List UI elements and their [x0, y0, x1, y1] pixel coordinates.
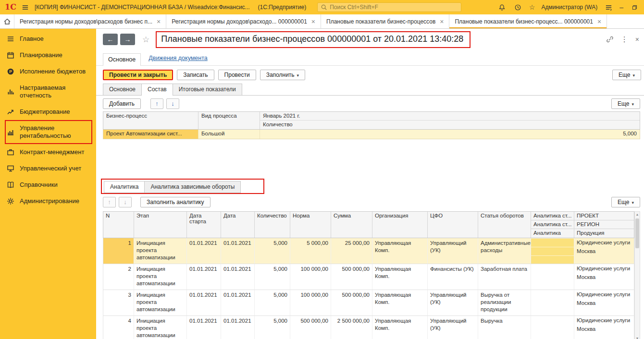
- cell-organization[interactable]: Управляющая Комп.: [372, 290, 428, 315]
- nav-link-document-movements[interactable]: Движения документа: [149, 55, 207, 65]
- column-header-stage[interactable]: Этап: [134, 212, 187, 238]
- column-header-sum[interactable]: Сумма: [331, 212, 372, 238]
- column-header-turnover-article[interactable]: Статья оборотов: [478, 212, 531, 238]
- column-header-n[interactable]: N: [103, 212, 134, 238]
- get-link-icon[interactable]: [606, 36, 614, 43]
- cell-analytics-articles[interactable]: [531, 290, 574, 315]
- composition-more-button[interactable]: Еще▾: [611, 98, 640, 109]
- column-header-date-start[interactable]: Дата старта: [187, 212, 221, 238]
- move-down-button[interactable]: ↓: [166, 98, 179, 109]
- cell-organization[interactable]: Управляющая Комп.: [372, 264, 428, 290]
- cell-article[interactable]: Выручка: [478, 316, 531, 339]
- cell-quantity[interactable]: 5,000: [255, 264, 290, 290]
- cell-stage[interactable]: Инициация проекта автоматизации: [134, 316, 187, 339]
- section-tab[interactable]: Основное: [103, 84, 142, 95]
- nav-tab-main[interactable]: Основное: [103, 53, 141, 66]
- cell-date[interactable]: 01.01.2021: [221, 316, 255, 339]
- favorite-star-icon[interactable]: ☆: [142, 35, 149, 45]
- analytics-tab[interactable]: Аналитика зависимые обороты: [144, 181, 241, 193]
- cell-sum[interactable]: 2 500 000,00: [331, 316, 372, 339]
- table-row[interactable]: Проект Автоматизации сист... Большой 5,0…: [103, 130, 640, 139]
- column-header-date[interactable]: Дата: [221, 212, 255, 238]
- cell-norm[interactable]: 100 000,00: [290, 290, 331, 315]
- cell-sum[interactable]: 500 000,00: [331, 264, 372, 290]
- section-tab[interactable]: Итоговые показатели: [173, 84, 242, 95]
- scrollbar-thumb[interactable]: [635, 218, 639, 248]
- cell-analytics-values[interactable]: Юридические услуги Москва: [574, 264, 634, 290]
- column-header-period[interactable]: Январь 2021 г.: [260, 112, 640, 121]
- move-down-button[interactable]: ↓: [119, 197, 132, 207]
- main-menu-icon[interactable]: [604, 2, 613, 12]
- history-icon[interactable]: [513, 2, 523, 12]
- cell-date[interactable]: 01.01.2021: [221, 264, 255, 290]
- global-search[interactable]: [317, 2, 461, 12]
- cell-cfo[interactable]: Управляющий (УК): [428, 316, 478, 339]
- cell-n[interactable]: 2: [103, 264, 134, 290]
- cell-sum[interactable]: 25 000,00: [331, 238, 372, 264]
- window-tab[interactable]: Плановые показатели бизнес-процесс... 00…: [449, 14, 607, 28]
- hamburger-menu-icon[interactable]: [21, 2, 30, 12]
- analytics-more-button[interactable]: Еще▾: [611, 197, 640, 207]
- column-header-norm[interactable]: Норма: [290, 212, 331, 238]
- post-button[interactable]: Провести: [218, 70, 256, 80]
- cell-date-start[interactable]: 01.01.2021: [187, 264, 221, 290]
- form-close-icon[interactable]: ×: [635, 36, 639, 43]
- search-input[interactable]: [330, 4, 458, 11]
- cell-norm[interactable]: 5 000,00: [290, 238, 331, 264]
- post-and-close-button[interactable]: Провести и закрыть: [103, 70, 173, 80]
- fill-analytics-button[interactable]: Заполнить аналитику: [140, 197, 211, 207]
- cell-cfo[interactable]: Управляющий (УК): [428, 238, 478, 264]
- cell-article[interactable]: Заработная плата: [478, 264, 531, 290]
- column-header-organization[interactable]: Организация: [372, 212, 428, 238]
- scroll-down-icon[interactable]: ▼: [636, 336, 639, 339]
- column-header-process[interactable]: Бизнес-процесс: [103, 112, 198, 129]
- current-user[interactable]: Администратор (WA): [541, 4, 597, 11]
- table-row[interactable]: 1 Инициация проекта автоматизации 01.01.…: [103, 238, 634, 264]
- sidebar-item[interactable]: Р Исполнение бюджетов: [0, 63, 96, 80]
- column-header-quantity[interactable]: Количество: [260, 121, 640, 129]
- tab-close-icon[interactable]: ×: [157, 18, 161, 25]
- analytics-tab[interactable]: Аналитика: [104, 181, 145, 193]
- cell-norm[interactable]: 500 000,00: [290, 316, 331, 339]
- cell-process[interactable]: Проект Автоматизации сист...: [103, 130, 198, 139]
- minimize-window-icon[interactable]: –: [619, 4, 623, 11]
- cell-n[interactable]: 4: [103, 316, 134, 339]
- move-up-button[interactable]: ↑: [150, 98, 163, 109]
- cell-quantity[interactable]: 5,000: [255, 316, 290, 339]
- tab-close-icon[interactable]: ×: [440, 18, 444, 25]
- cell-date-start[interactable]: 01.01.2021: [187, 316, 221, 339]
- cell-analytics-articles[interactable]: [531, 316, 574, 339]
- cell-date-start[interactable]: 01.01.2021: [187, 238, 221, 264]
- cell-analytics-values[interactable]: Юридические услуги Москва: [574, 290, 634, 315]
- sidebar-item[interactable]: Справочники: [0, 177, 96, 193]
- cell-n[interactable]: 1: [103, 238, 134, 264]
- cell-n[interactable]: 3: [103, 290, 134, 315]
- tab-close-icon[interactable]: ×: [597, 18, 601, 25]
- sidebar-item[interactable]: Планирование: [0, 47, 96, 63]
- cell-norm[interactable]: 100 000,00: [290, 264, 331, 290]
- forward-button[interactable]: →: [120, 34, 135, 45]
- add-row-button[interactable]: Добавить: [103, 98, 141, 109]
- column-header-cfo[interactable]: ЦФО: [428, 212, 478, 238]
- cell-analytics-values[interactable]: Юридические услуги Москва: [574, 238, 634, 264]
- sidebar-item[interactable]: Администрирование: [0, 193, 96, 209]
- cell-organization[interactable]: Управляющая Комп.: [372, 238, 428, 264]
- move-up-button[interactable]: ↑: [103, 197, 116, 207]
- table-row[interactable]: 3 Инициация проекта автоматизации 01.01.…: [103, 290, 634, 316]
- home-tab[interactable]: [0, 14, 14, 28]
- back-button[interactable]: ←: [103, 34, 118, 45]
- restore-window-icon[interactable]: [630, 2, 639, 12]
- column-header-process-type[interactable]: Вид процесса: [198, 112, 260, 129]
- cell-article[interactable]: Административные расходы: [478, 238, 531, 264]
- cell-quantity[interactable]: 5,000: [255, 290, 290, 315]
- sidebar-item[interactable]: Главное: [0, 31, 96, 47]
- cell-analytics-articles[interactable]: [531, 264, 574, 290]
- cell-analytics-values[interactable]: Юридические услуги Москва: [574, 316, 634, 339]
- cell-article[interactable]: Выручка от реализации продукции: [478, 290, 531, 315]
- cell-stage[interactable]: Инициация проекта автоматизации: [134, 264, 187, 290]
- tab-close-icon[interactable]: ×: [311, 18, 315, 25]
- favorites-star-icon[interactable]: ☆: [529, 4, 535, 11]
- cell-quantity[interactable]: 5,000: [260, 130, 640, 139]
- save-button[interactable]: Записать: [177, 70, 214, 80]
- more-actions-kebab-icon[interactable]: ⋮: [621, 35, 628, 44]
